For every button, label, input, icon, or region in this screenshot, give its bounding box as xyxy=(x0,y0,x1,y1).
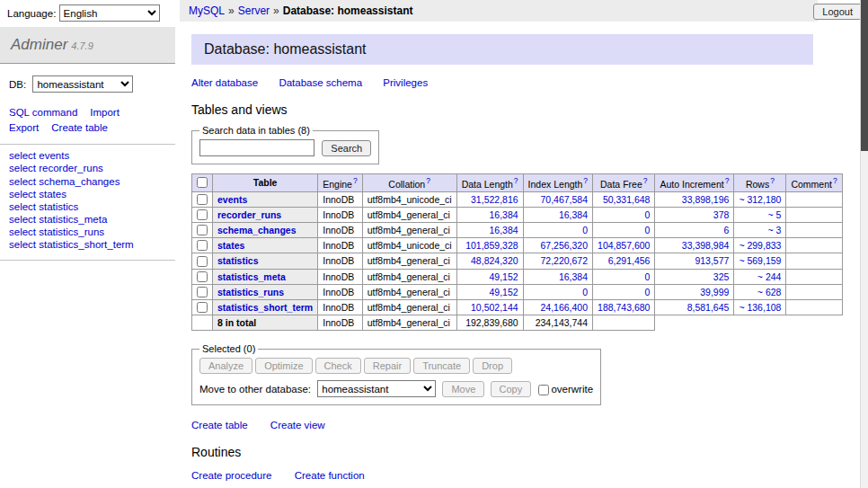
create-table-link[interactable]: Create table xyxy=(191,420,248,430)
data-free-link[interactable]: 104,857,600 xyxy=(598,240,650,251)
create-procedure-link[interactable]: Create procedure xyxy=(191,470,272,481)
sidebar-table-link[interactable]: statistics_meta xyxy=(39,214,107,225)
data-length-link[interactable]: 16,384 xyxy=(489,225,518,235)
search-button[interactable]: Search xyxy=(322,140,371,156)
index-length-link[interactable]: 72,220,672 xyxy=(540,255,588,266)
bulk-action-button[interactable]: Drop xyxy=(473,358,512,374)
data-free-link[interactable]: 0 xyxy=(645,271,651,282)
table-name-link[interactable]: schema_changes xyxy=(217,225,297,235)
data-free-link[interactable]: 0 xyxy=(645,209,651,220)
data-length-link[interactable]: 49,152 xyxy=(489,287,518,297)
data-free-link[interactable]: 0 xyxy=(645,225,651,235)
auto-increment-link[interactable]: 33,898,196 xyxy=(682,194,730,205)
table-name-link[interactable]: events xyxy=(217,194,247,205)
row-checkbox[interactable] xyxy=(197,287,208,297)
help-link[interactable]: ? xyxy=(833,176,837,185)
data-free-link[interactable]: 188,743,680 xyxy=(598,302,650,313)
auto-increment-link[interactable]: 325 xyxy=(713,271,730,282)
data-free-link[interactable]: 0 xyxy=(645,287,651,297)
index-length-link[interactable]: 0 xyxy=(582,225,588,235)
index-length-link[interactable]: 24,166,400 xyxy=(540,302,588,313)
auto-increment-link[interactable]: 8,581,645 xyxy=(687,302,730,313)
auto-increment-link[interactable]: 913,577 xyxy=(695,255,729,266)
language-select[interactable]: English xyxy=(59,4,160,22)
sidebar-select-link[interactable]: select xyxy=(9,150,36,161)
bulk-action-button[interactable]: Truncate xyxy=(413,358,470,374)
data-free-link[interactable]: 6,291,456 xyxy=(608,255,651,266)
row-checkbox[interactable] xyxy=(197,225,208,235)
help-link[interactable]: ? xyxy=(514,176,518,185)
scrollbar-thumb[interactable] xyxy=(861,0,868,151)
copy-button[interactable]: Copy xyxy=(491,381,532,397)
data-length-link[interactable]: 49,152 xyxy=(489,271,518,282)
data-length-link[interactable]: 16,384 xyxy=(489,209,518,220)
sidebar-table-link[interactable]: statistics_short_term xyxy=(39,239,133,250)
table-name-link[interactable]: statistics_short_term xyxy=(217,302,313,313)
data-length-link[interactable]: 101,859,328 xyxy=(465,240,518,251)
overwrite-checkbox[interactable] xyxy=(538,385,549,395)
help-link[interactable]: ? xyxy=(643,176,648,185)
create-table-link-sidebar[interactable]: Create table xyxy=(51,122,108,133)
move-db-select[interactable]: homeassistant xyxy=(317,380,436,397)
database-schema-link[interactable]: Database schema xyxy=(279,77,362,88)
row-checkbox[interactable] xyxy=(197,256,208,267)
breadcrumb-server-link[interactable]: Server xyxy=(238,4,270,17)
help-link[interactable]: ? xyxy=(583,176,588,185)
index-length-link[interactable]: 0 xyxy=(582,287,588,297)
create-function-link[interactable]: Create function xyxy=(295,470,365,481)
rows-count-link[interactable]: ~ 299,833 xyxy=(739,240,781,251)
help-link[interactable]: ? xyxy=(426,176,430,185)
row-checkbox[interactable] xyxy=(197,302,208,313)
sidebar-select-link[interactable]: select xyxy=(9,201,36,212)
row-checkbox[interactable] xyxy=(197,209,208,220)
index-length-link[interactable]: 67,256,320 xyxy=(540,240,588,251)
select-all-checkbox[interactable] xyxy=(197,177,208,188)
table-name-link[interactable]: states xyxy=(217,240,244,251)
bulk-action-button[interactable]: Optimize xyxy=(255,358,312,374)
table-name-link[interactable]: statistics_runs xyxy=(217,287,284,297)
help-link[interactable]: ? xyxy=(770,176,775,185)
table-name-link[interactable]: recorder_runs xyxy=(217,209,281,220)
rows-count-link[interactable]: ~ 136,108 xyxy=(739,302,781,313)
rows-count-link[interactable]: ~ 244 xyxy=(757,271,782,282)
auto-increment-link[interactable]: 39,999 xyxy=(700,287,729,297)
help-link[interactable]: ? xyxy=(725,176,730,185)
search-input[interactable] xyxy=(199,139,314,156)
sidebar-table-link[interactable]: states xyxy=(39,189,66,200)
rows-count-link[interactable]: ~ 628 xyxy=(757,287,782,297)
data-length-link[interactable]: 31,522,816 xyxy=(471,194,518,205)
row-checkbox[interactable] xyxy=(197,271,208,282)
sidebar-select-link[interactable]: select xyxy=(9,239,36,250)
create-view-link[interactable]: Create view xyxy=(270,420,325,430)
import-link[interactable]: Import xyxy=(90,107,120,118)
sidebar-select-link[interactable]: select xyxy=(9,226,36,237)
table-name-link[interactable]: statistics xyxy=(217,255,259,266)
bulk-action-button[interactable]: Analyze xyxy=(199,358,252,374)
sidebar-table-link[interactable]: schema_changes xyxy=(39,176,120,187)
auto-increment-link[interactable]: 378 xyxy=(713,209,730,220)
index-length-link[interactable]: 16,384 xyxy=(559,271,588,282)
index-length-link[interactable]: 16,384 xyxy=(559,209,588,220)
logout-button[interactable]: Logout xyxy=(813,4,862,20)
sidebar-select-link[interactable]: select xyxy=(9,214,36,225)
index-length-link[interactable]: 70,467,584 xyxy=(540,194,588,205)
data-length-link[interactable]: 48,824,320 xyxy=(471,255,518,266)
help-link[interactable]: ? xyxy=(353,176,358,185)
rows-count-link[interactable]: ~ 569,159 xyxy=(739,255,781,266)
sidebar-table-link[interactable]: recorder_runs xyxy=(39,163,103,173)
scrollbar[interactable] xyxy=(860,0,868,488)
move-button[interactable]: Move xyxy=(442,381,484,397)
privileges-link[interactable]: Privileges xyxy=(383,77,428,88)
export-link[interactable]: Export xyxy=(9,122,39,133)
sidebar-table-link[interactable]: events xyxy=(39,150,69,161)
bulk-action-button[interactable]: Check xyxy=(315,358,361,374)
rows-count-link[interactable]: ~ 3 xyxy=(768,225,782,235)
rows-count-link[interactable]: ~ 312,180 xyxy=(739,194,781,205)
sidebar-table-link[interactable]: statistics xyxy=(39,201,78,212)
alter-database-link[interactable]: Alter database xyxy=(191,77,258,88)
data-length-link[interactable]: 10,502,144 xyxy=(471,302,518,313)
sql-command-link[interactable]: SQL command xyxy=(9,107,77,118)
sidebar-select-link[interactable]: select xyxy=(9,189,36,200)
row-checkbox[interactable] xyxy=(197,240,208,251)
db-select[interactable]: homeassistant xyxy=(32,75,133,93)
